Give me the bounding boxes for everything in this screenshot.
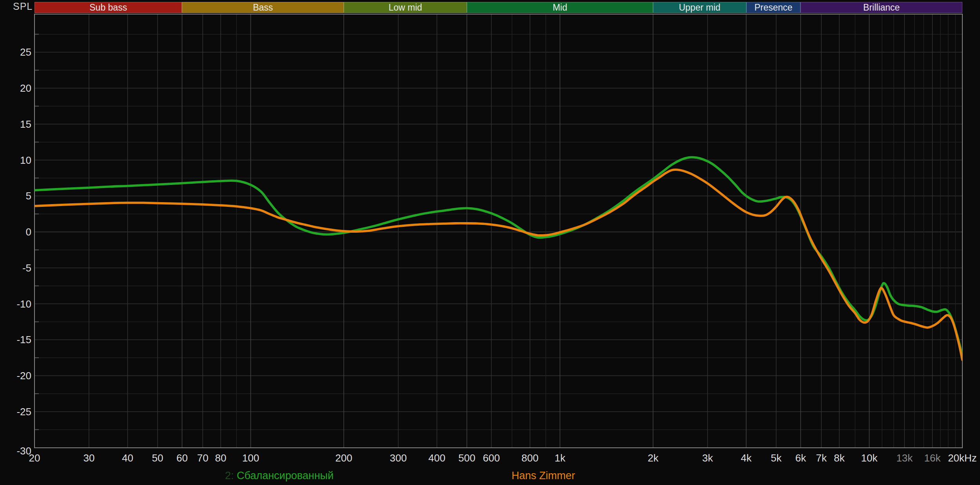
legend-label: Сбалансированный (237, 470, 334, 481)
y-tick-label: 5 (0, 190, 31, 202)
x-tick-label: 200 (320, 452, 367, 464)
legend-prefix: 2: (225, 470, 234, 481)
x-tick-label: 1k (536, 452, 583, 464)
y-tick-label: 15 (0, 118, 31, 130)
plot-border (34, 14, 962, 448)
y-tick-label: -10 (0, 298, 31, 310)
y-tick-label: 0 (0, 226, 31, 238)
legend-item-balanced: 2: Сбалансированный (225, 470, 334, 482)
y-tick-label: 25 (0, 46, 31, 58)
legend-item-hans-zimmer: Hans Zimmer (512, 470, 575, 482)
x-tick-label: 2k (630, 452, 677, 464)
frequency-response-chart: SPL Sub bassBassLow midMidUpper midPrese… (0, 0, 980, 485)
y-tick-label: -20 (0, 370, 31, 382)
curve-hans-zimmer (34, 170, 962, 360)
y-tick-label: -25 (0, 406, 31, 418)
y-tick-label: 10 (0, 154, 31, 166)
x-tick-label: 20kHz (939, 452, 980, 464)
y-tick-label: 20 (0, 82, 31, 94)
legend-label: Hans Zimmer (512, 470, 575, 481)
x-tick-label: 100 (227, 452, 274, 464)
y-tick-label: -5 (0, 262, 31, 274)
y-tick-label: -15 (0, 334, 31, 346)
x-tick-label: 20 (11, 452, 58, 464)
curve-balanced (34, 157, 962, 356)
plot-area (0, 0, 980, 485)
